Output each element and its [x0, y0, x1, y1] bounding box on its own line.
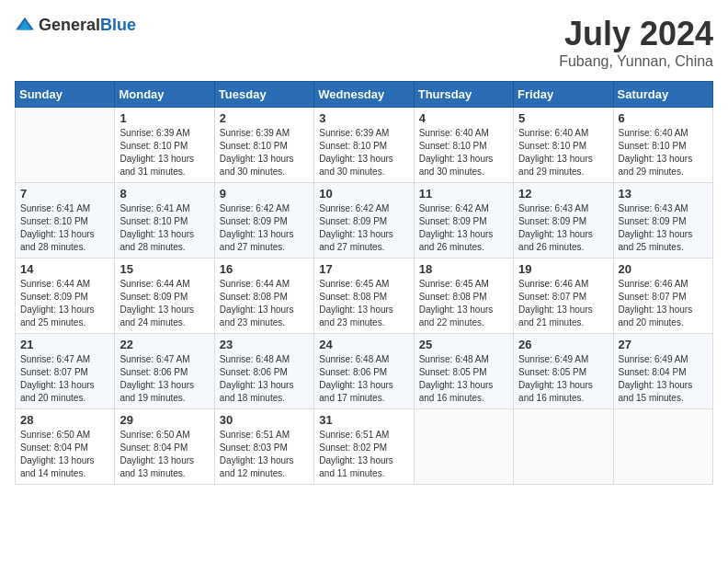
- calendar-cell: 27Sunrise: 6:49 AM Sunset: 8:04 PM Dayli…: [613, 334, 712, 409]
- day-header-sunday: Sunday: [16, 82, 115, 108]
- logo-icon: [15, 15, 35, 35]
- calendar-cell: 11Sunrise: 6:42 AM Sunset: 8:09 PM Dayli…: [414, 183, 513, 259]
- day-info: Sunrise: 6:45 AM Sunset: 8:08 PM Dayligh…: [319, 278, 408, 329]
- day-info: Sunrise: 6:51 AM Sunset: 8:02 PM Dayligh…: [319, 429, 408, 480]
- day-header-wednesday: Wednesday: [314, 82, 414, 108]
- calendar-cell: 16Sunrise: 6:44 AM Sunset: 8:08 PM Dayli…: [214, 259, 313, 334]
- day-info: Sunrise: 6:48 AM Sunset: 8:06 PM Dayligh…: [319, 353, 408, 405]
- logo-general: General: [39, 16, 100, 34]
- day-number: 3: [319, 111, 408, 125]
- calendar-cell: 29Sunrise: 6:50 AM Sunset: 8:04 PM Dayli…: [115, 409, 214, 485]
- calendar-table: SundayMondayTuesdayWednesdayThursdayFrid…: [15, 81, 713, 485]
- calendar-cell: 18Sunrise: 6:45 AM Sunset: 8:08 PM Dayli…: [414, 259, 513, 334]
- day-info: Sunrise: 6:39 AM Sunset: 8:10 PM Dayligh…: [220, 127, 309, 178]
- day-header-thursday: Thursday: [414, 82, 513, 108]
- month-title: July 2024: [559, 15, 713, 53]
- calendar-cell: 8Sunrise: 6:41 AM Sunset: 8:10 PM Daylig…: [115, 183, 214, 259]
- day-info: Sunrise: 6:43 AM Sunset: 8:09 PM Dayligh…: [518, 202, 608, 254]
- day-number: 10: [319, 187, 408, 201]
- day-number: 15: [119, 262, 209, 276]
- day-header-monday: Monday: [115, 82, 214, 108]
- day-info: Sunrise: 6:49 AM Sunset: 8:04 PM Dayligh…: [619, 353, 708, 405]
- header: GeneralBlue July 2024 Fubang, Yunnan, Ch…: [15, 15, 713, 70]
- calendar-cell: 13Sunrise: 6:43 AM Sunset: 8:09 PM Dayli…: [613, 183, 712, 259]
- calendar-cell: 15Sunrise: 6:44 AM Sunset: 8:09 PM Dayli…: [115, 259, 214, 334]
- day-info: Sunrise: 6:47 AM Sunset: 8:07 PM Dayligh…: [20, 353, 109, 405]
- day-number: 13: [619, 187, 708, 201]
- day-info: Sunrise: 6:42 AM Sunset: 8:09 PM Dayligh…: [419, 202, 508, 254]
- calendar-header-row: SundayMondayTuesdayWednesdayThursdayFrid…: [16, 82, 713, 108]
- calendar-cell: 10Sunrise: 6:42 AM Sunset: 8:09 PM Dayli…: [314, 183, 414, 259]
- day-number: 28: [20, 413, 109, 427]
- day-number: 14: [20, 262, 109, 276]
- day-info: Sunrise: 6:42 AM Sunset: 8:09 PM Dayligh…: [319, 202, 408, 254]
- calendar-cell: 26Sunrise: 6:49 AM Sunset: 8:05 PM Dayli…: [514, 334, 613, 409]
- calendar-cell: 24Sunrise: 6:48 AM Sunset: 8:06 PM Dayli…: [314, 334, 414, 409]
- day-info: Sunrise: 6:47 AM Sunset: 8:06 PM Dayligh…: [119, 353, 209, 405]
- day-number: 2: [220, 111, 309, 125]
- day-number: 30: [220, 413, 309, 427]
- day-info: Sunrise: 6:39 AM Sunset: 8:10 PM Dayligh…: [319, 127, 408, 178]
- day-info: Sunrise: 6:46 AM Sunset: 8:07 PM Dayligh…: [619, 278, 708, 329]
- calendar-cell: 25Sunrise: 6:48 AM Sunset: 8:05 PM Dayli…: [414, 334, 513, 409]
- day-info: Sunrise: 6:40 AM Sunset: 8:10 PM Dayligh…: [619, 127, 708, 178]
- calendar-week-row: 1Sunrise: 6:39 AM Sunset: 8:10 PM Daylig…: [16, 108, 713, 183]
- day-number: 22: [119, 338, 209, 351]
- day-number: 16: [220, 262, 309, 276]
- day-info: Sunrise: 6:39 AM Sunset: 8:10 PM Dayligh…: [119, 127, 209, 178]
- calendar-week-row: 28Sunrise: 6:50 AM Sunset: 8:04 PM Dayli…: [16, 409, 713, 485]
- calendar-cell: 31Sunrise: 6:51 AM Sunset: 8:02 PM Dayli…: [314, 409, 414, 485]
- calendar-cell: [16, 108, 115, 183]
- day-info: Sunrise: 6:40 AM Sunset: 8:10 PM Dayligh…: [518, 127, 608, 178]
- calendar-cell: 23Sunrise: 6:48 AM Sunset: 8:06 PM Dayli…: [214, 334, 313, 409]
- calendar-cell: 14Sunrise: 6:44 AM Sunset: 8:09 PM Dayli…: [16, 259, 115, 334]
- calendar-week-row: 7Sunrise: 6:41 AM Sunset: 8:10 PM Daylig…: [16, 183, 713, 259]
- calendar-cell: 21Sunrise: 6:47 AM Sunset: 8:07 PM Dayli…: [16, 334, 115, 409]
- day-number: 18: [419, 262, 508, 276]
- day-info: Sunrise: 6:50 AM Sunset: 8:04 PM Dayligh…: [119, 429, 209, 480]
- day-number: 19: [518, 262, 608, 276]
- calendar-cell: 12Sunrise: 6:43 AM Sunset: 8:09 PM Dayli…: [514, 183, 613, 259]
- day-info: Sunrise: 6:44 AM Sunset: 8:08 PM Dayligh…: [220, 278, 309, 329]
- logo-blue: Blue: [100, 16, 136, 34]
- calendar-cell: 3Sunrise: 6:39 AM Sunset: 8:10 PM Daylig…: [314, 108, 414, 183]
- calendar-week-row: 21Sunrise: 6:47 AM Sunset: 8:07 PM Dayli…: [16, 334, 713, 409]
- day-number: 5: [518, 111, 608, 125]
- calendar-cell: [613, 409, 712, 485]
- day-header-friday: Friday: [514, 82, 613, 108]
- calendar-cell: [414, 409, 513, 485]
- day-info: Sunrise: 6:51 AM Sunset: 8:03 PM Dayligh…: [220, 429, 309, 480]
- calendar-cell: 22Sunrise: 6:47 AM Sunset: 8:06 PM Dayli…: [115, 334, 214, 409]
- logo: GeneralBlue: [15, 15, 136, 35]
- calendar-cell: 6Sunrise: 6:40 AM Sunset: 8:10 PM Daylig…: [613, 108, 712, 183]
- calendar-cell: 2Sunrise: 6:39 AM Sunset: 8:10 PM Daylig…: [214, 108, 313, 183]
- day-number: 11: [419, 187, 508, 201]
- day-info: Sunrise: 6:43 AM Sunset: 8:09 PM Dayligh…: [619, 202, 708, 254]
- day-info: Sunrise: 6:42 AM Sunset: 8:09 PM Dayligh…: [220, 202, 309, 254]
- calendar-cell: 7Sunrise: 6:41 AM Sunset: 8:10 PM Daylig…: [16, 183, 115, 259]
- calendar-cell: 4Sunrise: 6:40 AM Sunset: 8:10 PM Daylig…: [414, 108, 513, 183]
- calendar-cell: 9Sunrise: 6:42 AM Sunset: 8:09 PM Daylig…: [214, 183, 313, 259]
- day-number: 31: [319, 413, 408, 427]
- title-area: July 2024 Fubang, Yunnan, China: [559, 15, 713, 70]
- day-info: Sunrise: 6:41 AM Sunset: 8:10 PM Dayligh…: [119, 202, 209, 254]
- logo-text: GeneralBlue: [39, 16, 136, 35]
- day-info: Sunrise: 6:44 AM Sunset: 8:09 PM Dayligh…: [20, 278, 109, 329]
- calendar-cell: 28Sunrise: 6:50 AM Sunset: 8:04 PM Dayli…: [16, 409, 115, 485]
- day-info: Sunrise: 6:40 AM Sunset: 8:10 PM Dayligh…: [419, 127, 508, 178]
- day-info: Sunrise: 6:41 AM Sunset: 8:10 PM Dayligh…: [20, 202, 109, 254]
- day-number: 27: [619, 338, 708, 351]
- day-number: 4: [419, 111, 508, 125]
- day-info: Sunrise: 6:49 AM Sunset: 8:05 PM Dayligh…: [518, 353, 608, 405]
- day-number: 26: [518, 338, 608, 351]
- calendar-cell: [514, 409, 613, 485]
- calendar-cell: 1Sunrise: 6:39 AM Sunset: 8:10 PM Daylig…: [115, 108, 214, 183]
- location-title: Fubang, Yunnan, China: [559, 53, 713, 70]
- day-number: 21: [20, 338, 109, 351]
- day-number: 12: [518, 187, 608, 201]
- day-number: 23: [220, 338, 309, 351]
- day-number: 6: [619, 111, 708, 125]
- day-header-tuesday: Tuesday: [214, 82, 313, 108]
- day-number: 8: [119, 187, 209, 201]
- calendar-cell: 17Sunrise: 6:45 AM Sunset: 8:08 PM Dayli…: [314, 259, 414, 334]
